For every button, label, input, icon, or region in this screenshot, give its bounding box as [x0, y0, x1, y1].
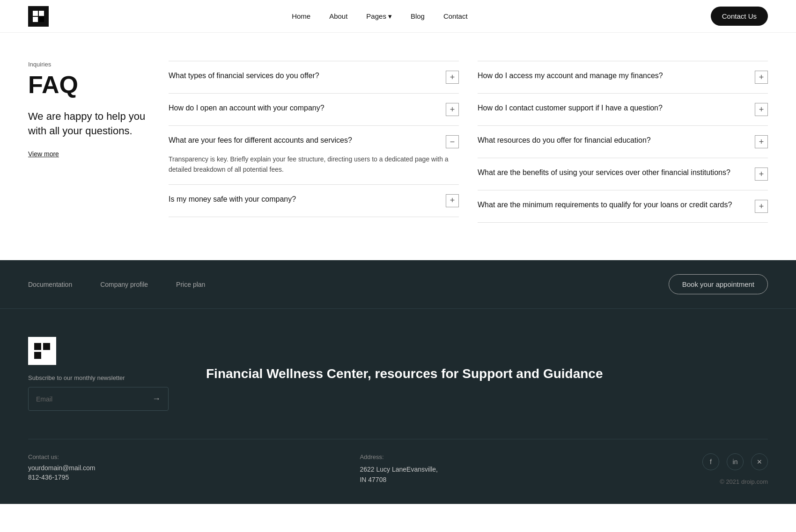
faq-question: What are the benefits of using your serv… — [478, 168, 730, 178]
footer-link-documentation[interactable]: Documentation — [28, 281, 72, 288]
faq-question: What types of financial services do you … — [169, 71, 319, 81]
footer-top-links: Documentation Company profile Price plan — [28, 281, 205, 288]
book-appointment-button[interactable]: Book your appointment — [669, 274, 768, 294]
faq-question-row[interactable]: What are the minimum requirements to qua… — [478, 200, 768, 213]
email-input[interactable] — [29, 389, 145, 409]
faq-left-panel: Inquiries FAQ We are happy to help you w… — [28, 61, 150, 223]
faq-title: FAQ — [28, 72, 150, 98]
faq-item: Is my money safe with your company? + — [169, 184, 459, 217]
faq-question: How do I open an account with your compa… — [169, 103, 324, 113]
faq-left-column: What types of financial services do you … — [169, 61, 459, 223]
svg-rect-6 — [34, 352, 41, 359]
faq-right-column: How do I access my account and manage my… — [478, 61, 768, 223]
faq-question-row[interactable]: What types of financial services do you … — [169, 71, 459, 84]
nav-contact[interactable]: Contact — [443, 12, 468, 20]
faq-toggle-icon[interactable]: + — [446, 71, 459, 84]
faq-tag: Inquiries — [28, 61, 150, 68]
faq-toggle-icon[interactable]: − — [446, 135, 459, 148]
nav-links: Home About Pages ▾ Blog Contact — [292, 12, 468, 21]
footer-logo[interactable] — [28, 337, 56, 365]
faq-question: What resources do you offer for financia… — [478, 135, 651, 146]
faq-question: How do I access my account and manage my… — [478, 71, 663, 81]
footer-contact-block: Contact us: yourdomain@mail.com 812-436-… — [28, 453, 95, 485]
address-label: Address: — [360, 453, 438, 460]
faq-question-row[interactable]: What are the benefits of using your serv… — [478, 168, 768, 181]
faq-toggle-icon[interactable]: + — [446, 194, 459, 207]
faq-item: How do I contact customer support if I h… — [478, 93, 768, 125]
footer-main: Subscribe to our monthly newsletter → Fi… — [0, 308, 796, 504]
footer-top-area: Subscribe to our monthly newsletter → Fi… — [28, 337, 768, 411]
nav-pages[interactable]: Pages ▾ — [366, 12, 392, 21]
nav-about[interactable]: About — [329, 12, 347, 20]
faq-question-row[interactable]: How do I open an account with your compa… — [169, 103, 459, 116]
nav-blog[interactable]: Blog — [411, 12, 425, 20]
faq-item: How do I open an account with your compa… — [169, 93, 459, 125]
footer-tagline: Financial Wellness Center, resources for… — [206, 364, 603, 383]
faq-item: How do I access my account and manage my… — [478, 61, 768, 93]
svg-rect-0 — [33, 11, 38, 16]
footer-top-bar: Documentation Company profile Price plan… — [0, 260, 796, 308]
nav-home[interactable]: Home — [292, 12, 310, 20]
logo[interactable] — [28, 6, 49, 27]
svg-rect-4 — [34, 343, 41, 350]
faq-toggle-icon[interactable]: + — [755, 200, 768, 213]
contact-us-button[interactable]: Contact Us — [711, 7, 768, 26]
faq-question: What are your fees for different account… — [169, 135, 352, 146]
faq-item: What are the minimum requirements to qua… — [478, 190, 768, 223]
faq-question-row[interactable]: How do I access my account and manage my… — [478, 71, 768, 84]
faq-toggle-icon[interactable]: + — [755, 71, 768, 84]
svg-rect-7 — [43, 352, 50, 359]
contact-label: Contact us: — [28, 453, 95, 460]
faq-columns: What types of financial services do you … — [169, 61, 768, 223]
faq-question: Is my money safe with your company? — [169, 194, 296, 204]
faq-item: What resources do you offer for financia… — [478, 125, 768, 158]
faq-question-row[interactable]: Is my money safe with your company? + — [169, 194, 459, 207]
contact-phone: 812-436-1795 — [28, 474, 95, 481]
svg-rect-5 — [43, 343, 50, 350]
footer-left-panel: Subscribe to our monthly newsletter → — [28, 337, 169, 411]
faq-toggle-icon[interactable]: + — [446, 103, 459, 116]
navbar: Home About Pages ▾ Blog Contact Contact … — [0, 0, 796, 33]
chevron-down-icon: ▾ — [388, 12, 392, 21]
faq-toggle-icon[interactable]: + — [755, 168, 768, 181]
email-submit-button[interactable]: → — [145, 387, 168, 410]
faq-question-row[interactable]: What are your fees for different account… — [169, 135, 459, 148]
faq-question: How do I contact customer support if I h… — [478, 103, 663, 113]
email-subscribe-form: → — [28, 387, 169, 411]
faq-question-row[interactable]: What resources do you offer for financia… — [478, 135, 768, 148]
logo-icon — [28, 6, 49, 27]
svg-rect-1 — [39, 11, 44, 16]
footer-link-price-plan[interactable]: Price plan — [176, 281, 205, 288]
facebook-icon[interactable]: f — [702, 453, 719, 470]
faq-view-more-button[interactable]: View more — [28, 150, 59, 158]
twitter-icon[interactable]: ✕ — [751, 453, 768, 470]
faq-toggle-icon[interactable]: + — [755, 103, 768, 116]
linkedin-icon[interactable]: in — [727, 453, 744, 470]
svg-rect-3 — [39, 17, 44, 22]
faq-section: Inquiries FAQ We are happy to help you w… — [0, 33, 796, 260]
newsletter-label: Subscribe to our monthly newsletter — [28, 374, 169, 381]
faq-toggle-icon[interactable]: + — [755, 135, 768, 148]
contact-email: yourdomain@mail.com — [28, 464, 95, 472]
faq-item: What are your fees for different account… — [169, 125, 459, 184]
faq-question-row[interactable]: How do I contact customer support if I h… — [478, 103, 768, 116]
footer-address-block: Address: 2622 Lucy LaneEvansville,IN 477… — [360, 453, 438, 485]
svg-rect-2 — [33, 17, 38, 22]
footer-link-company-profile[interactable]: Company profile — [100, 281, 148, 288]
footer-social-area: f in ✕ © 2021 droip.com — [702, 453, 768, 485]
footer-tagline-area: Financial Wellness Center, resources for… — [206, 337, 768, 411]
faq-subtitle: We are happy to help you with all your q… — [28, 109, 150, 138]
address-text: 2622 Lucy LaneEvansville,IN 47708 — [360, 464, 438, 485]
footer-copyright: © 2021 droip.com — [720, 478, 768, 485]
social-icons: f in ✕ — [702, 453, 768, 470]
footer-bottom-area: Contact us: yourdomain@mail.com 812-436-… — [28, 439, 768, 485]
faq-item: What types of financial services do you … — [169, 61, 459, 93]
faq-question: What are the minimum requirements to qua… — [478, 200, 732, 210]
faq-answer: Transparency is key. Briefly explain you… — [169, 154, 459, 175]
faq-item: What are the benefits of using your serv… — [478, 158, 768, 190]
